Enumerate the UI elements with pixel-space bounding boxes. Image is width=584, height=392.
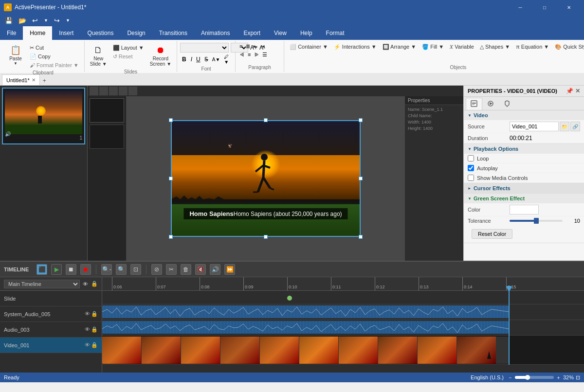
zoom-out-button[interactable]: － [508, 374, 513, 381]
tab-export[interactable]: Export [237, 26, 267, 40]
tl-zoom-in-button[interactable]: 🔍 [116, 264, 127, 275]
timeline-track-select[interactable]: Main Timeline [4, 280, 80, 288]
tab-home[interactable]: Home [23, 26, 52, 40]
nested-tb-btn-4[interactable] [119, 87, 128, 95]
props-close-button[interactable]: ✕ [575, 88, 580, 94]
source-link-button[interactable]: 🔗 [570, 122, 580, 131]
doc-tab-close[interactable]: ✕ [32, 77, 36, 83]
copy-button[interactable]: 📄 Copy [27, 53, 81, 61]
props-pin-button[interactable]: 📌 [566, 88, 573, 94]
system-audio-eye-icon[interactable]: 👁 [85, 311, 90, 317]
tab-animation[interactable] [482, 98, 499, 110]
tab-insert[interactable]: Insert [52, 26, 80, 40]
fill-button[interactable]: 🪣 Fill ▼ [420, 43, 446, 51]
handle-top-left[interactable] [169, 118, 173, 122]
tolerance-thumb[interactable] [534, 218, 539, 224]
autoplay-checkbox[interactable] [468, 165, 474, 171]
nested-tb-btn-2[interactable] [99, 87, 108, 95]
source-browse-button[interactable]: 📁 [560, 122, 569, 131]
tl-speed-button[interactable]: ⏩ [224, 264, 235, 275]
audio003-lock-icon[interactable]: 🔒 [91, 326, 98, 333]
close-button[interactable]: ✕ [558, 0, 580, 15]
paste-button[interactable]: 📋 Paste ▼ [5, 43, 26, 67]
bold-button[interactable]: B [180, 55, 188, 64]
doc-tab-untitled1[interactable]: Untitled1* ✕ [2, 74, 40, 85]
indent-right-button[interactable]: ⇥ [259, 43, 266, 50]
record-screen-button[interactable]: ⏺ Record Screen ▼ [147, 43, 174, 68]
justify-button[interactable]: ☰ [261, 51, 268, 58]
font-family-select[interactable] [180, 43, 229, 53]
indent-left-button[interactable]: ⇤ [252, 43, 258, 50]
new-tab-button[interactable]: + [41, 77, 48, 85]
highlight-button[interactable]: 🖊▼ [222, 53, 232, 65]
nested-tb-btn-3[interactable] [109, 87, 118, 95]
tab-help[interactable]: Help [293, 26, 319, 40]
font-color-button[interactable]: A▼ [211, 56, 222, 63]
handle-middle-left[interactable] [169, 177, 173, 180]
track-label-slide[interactable]: Slide [0, 291, 102, 306]
video001-clip[interactable] [102, 337, 509, 364]
variable-button[interactable]: 𝑋 Variable [447, 43, 476, 51]
shapes-button[interactable]: △ Shapes ▼ [477, 43, 512, 51]
system-audio-lock-icon[interactable]: 🔒 [91, 311, 98, 317]
handle-bottom-center[interactable] [264, 235, 268, 239]
reset-button[interactable]: ↺ Reset [110, 53, 146, 61]
undo-dropdown[interactable]: ▼ [42, 17, 50, 24]
quick-style-button[interactable]: 🎨 Quick Style ▼ [552, 43, 584, 51]
zoom-thumb[interactable] [525, 375, 530, 380]
tl-record-button[interactable]: ⬛ [36, 264, 47, 275]
video001-lock-icon[interactable]: 🔒 [91, 342, 98, 348]
restore-button[interactable]: □ [533, 0, 556, 15]
audio003-eye-icon[interactable]: 👁 [85, 326, 90, 333]
layout-button[interactable]: ⬛ Layout ▼ [110, 44, 146, 52]
nested-tb-btn-5[interactable] [128, 87, 137, 95]
tab-file[interactable]: File [0, 26, 23, 40]
tab-format[interactable]: Format [319, 26, 351, 40]
loop-checkbox[interactable] [468, 155, 474, 161]
track-label-video001[interactable]: Video_001 👁 🔒 [0, 338, 102, 353]
slide-thumbnail-1[interactable]: 0:21.567 1 🔊 [2, 88, 85, 144]
slide-marker[interactable] [286, 295, 293, 302]
open-button[interactable]: 📂 [17, 16, 28, 25]
show-media-controls-checkbox[interactable] [468, 175, 474, 181]
tab-animations[interactable]: Animations [194, 26, 237, 40]
cursor-effects-section-header[interactable]: ▼ Cursor Effects [464, 183, 584, 193]
track-header-lock-button[interactable]: 🔒 [91, 281, 98, 287]
tl-zoom-out-button[interactable]: 🔍- [101, 264, 112, 275]
tl-trim-button[interactable]: ✂ [166, 264, 177, 275]
strikethrough-button[interactable]: S̶ [203, 55, 210, 63]
tab-transitions[interactable]: Transitions [152, 26, 194, 40]
track-label-audio003[interactable]: Audio_003 👁 🔒 [0, 322, 102, 338]
format-painter-button[interactable]: 🖌 Format Painter ▼ [27, 61, 81, 69]
italic-button[interactable]: I [189, 55, 194, 63]
handle-bottom-right[interactable] [359, 235, 363, 239]
video001-eye-icon[interactable]: 👁 [85, 342, 90, 348]
reset-color-button[interactable]: Reset Color [472, 229, 512, 239]
tl-volume-button[interactable]: 🔊 [210, 264, 220, 275]
align-left-button[interactable]: ⫷ [238, 51, 246, 58]
playback-section-header[interactable]: ▼ Playback Options [464, 144, 584, 154]
tl-mute-button[interactable]: 🔇 [195, 264, 206, 275]
align-center-button[interactable]: ≡ [247, 51, 252, 58]
tl-fit-button[interactable]: ⊡ [130, 264, 141, 275]
tab-design[interactable]: Design [120, 26, 152, 40]
minimize-button[interactable]: ─ [509, 0, 531, 15]
handle-top-right[interactable] [359, 118, 363, 122]
undo-button[interactable]: ↩ [30, 16, 40, 25]
tl-stop-button[interactable]: ⏹ [66, 264, 76, 275]
track-header-eye-button[interactable]: 👁 [83, 281, 88, 287]
handle-top-center[interactable] [264, 118, 268, 122]
green-screen-section-header[interactable]: ▼ Green Screen Effect [464, 194, 584, 203]
tl-delete-button[interactable]: 🗑 [181, 264, 191, 275]
container-button[interactable]: ⬜ Container ▼ [287, 43, 330, 51]
interactions-button[interactable]: ⚡ Interactions ▼ [331, 43, 379, 51]
equation-button[interactable]: π Equation ▼ [513, 43, 551, 51]
fit-to-window-button[interactable]: ⊡ [576, 374, 580, 381]
numbered-list-button[interactable]: ≣ [245, 43, 251, 50]
tab-style[interactable] [466, 98, 482, 110]
arrange-button[interactable]: 🔲 Arrange ▼ [380, 43, 419, 51]
system-audio-clip[interactable] [102, 305, 509, 318]
nested-tb-btn-1[interactable] [90, 87, 98, 95]
tl-play-button[interactable]: ▶ [51, 264, 62, 275]
zoom-slider[interactable] [515, 376, 554, 379]
